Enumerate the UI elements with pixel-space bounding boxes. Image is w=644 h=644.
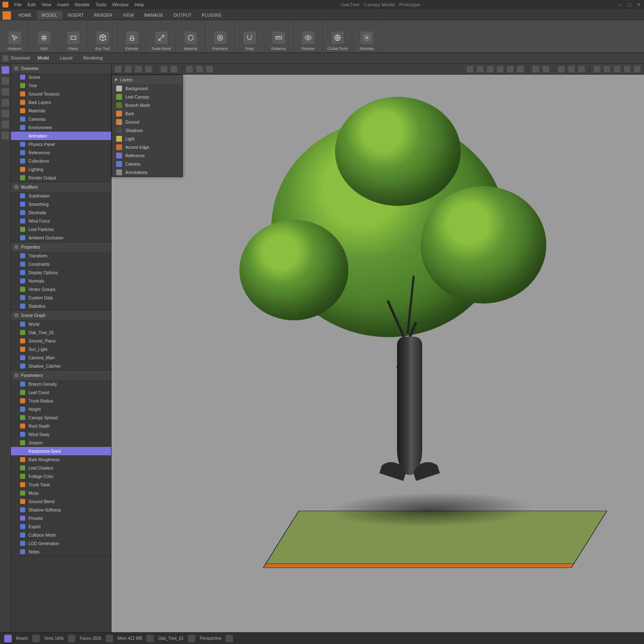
camera-icon[interactable] [532, 66, 539, 73]
panel-item-lod-generation[interactable]: LOD Generation [11, 539, 111, 548]
panel-item-leaf-particles[interactable]: Leaf Particles [11, 225, 111, 234]
vtab-scene-icon[interactable] [2, 66, 9, 74]
zoom-fit-icon[interactable] [558, 66, 565, 73]
vtab-anim-icon[interactable] [2, 121, 9, 128]
rotate-icon[interactable] [135, 66, 142, 73]
ribbon-tab-view[interactable]: VIEW [118, 11, 139, 20]
panel-item-shadow_catcher[interactable]: Shadow_Catcher [11, 362, 111, 370]
panel-item-constraints[interactable]: Constraints [11, 260, 111, 268]
vtab-physics-icon[interactable] [2, 110, 9, 117]
shade-smooth-icon[interactable] [477, 66, 483, 73]
sub-tab-layout[interactable]: Layout [60, 56, 73, 60]
settings-icon[interactable] [604, 66, 610, 73]
ribbon-group-box-tool[interactable]: Box Tool [88, 20, 117, 52]
panel-item-animation[interactable]: Animation [11, 132, 111, 140]
menu-insert[interactable]: Insert [57, 2, 69, 7]
menu-window[interactable]: Window [112, 2, 129, 7]
panel-section-header[interactable]: Scene Graph [11, 311, 111, 320]
ribbon-group-preview[interactable]: Preview [293, 20, 323, 52]
panel-item-ground-blend[interactable]: Ground Blend [11, 497, 111, 506]
panel-item-cameras[interactable]: Cameras [11, 115, 111, 123]
erase-icon[interactable] [171, 66, 177, 73]
vtab-model-icon[interactable] [2, 77, 9, 85]
brush-icon[interactable] [161, 66, 167, 73]
help-icon[interactable] [634, 66, 641, 73]
snap-icon[interactable] [186, 66, 193, 73]
panel-item-render-output[interactable]: Render Output [11, 174, 111, 182]
panel-section-header[interactable]: Overview [11, 64, 111, 73]
panel-item-height[interactable]: Height [11, 405, 111, 413]
material-icon[interactable] [507, 66, 514, 73]
panel-item-tree[interactable]: Tree [11, 81, 111, 90]
ribbon-group-precision[interactable]: Precision [205, 20, 235, 52]
panel-item-collision-mesh[interactable]: Collision Mesh [11, 531, 111, 539]
status-icon[interactable] [32, 635, 40, 642]
shade-flat-icon[interactable] [467, 66, 473, 73]
ribbon-group-grid[interactable]: Grid [29, 20, 59, 52]
panel-item-environment[interactable]: Environment [11, 123, 111, 132]
panel-item-decimate[interactable]: Decimate [11, 208, 111, 217]
panel-item-smoothing[interactable]: Smoothing [11, 200, 111, 208]
sub-tab-rendering[interactable]: Rendering [83, 56, 103, 60]
sub-tab-model[interactable]: Model [38, 56, 49, 60]
panel-item-leaf-count[interactable]: Leaf Count [11, 388, 111, 397]
wire-icon[interactable] [487, 66, 493, 73]
panel-item-subdivision[interactable]: Subdivision [11, 192, 111, 200]
ribbon-group-plane[interactable]: Plane [59, 20, 88, 52]
select-icon[interactable] [115, 66, 122, 73]
panel-item-randomize-seed[interactable]: Randomize Seed [11, 447, 111, 455]
breadcrumb[interactable]: Document [3, 55, 30, 61]
panel-item-statistics[interactable]: Statistics [11, 302, 111, 310]
panel-item-references[interactable]: References [11, 148, 111, 157]
ortho-icon[interactable] [543, 66, 549, 73]
panel-item-ambient-occlusion[interactable]: Ambient Occlusion [11, 234, 111, 242]
panel-item-wind-sway[interactable]: Wind Sway [11, 430, 111, 439]
menu-edit[interactable]: Edit [28, 2, 36, 7]
viewport[interactable]: Layers BackgroundLeaf CanopyBranch MeshB… [112, 64, 644, 632]
ribbon-group-extrude[interactable]: Extrude [117, 20, 147, 52]
panel-section-header[interactable]: Modifiers [11, 182, 111, 192]
panel-item-vertex-groups[interactable]: Vertex Groups [11, 285, 111, 293]
panel-section-header[interactable]: Properties [11, 242, 111, 252]
menu-tools[interactable]: Tools [96, 2, 106, 7]
vtab-settings-icon[interactable] [2, 132, 9, 139]
panel-item-transform[interactable]: Transform [11, 252, 111, 260]
menu-file[interactable]: File [14, 2, 22, 7]
close-icon[interactable]: ✕ [636, 2, 641, 8]
panel-item-collections[interactable]: Collections [11, 157, 111, 165]
ribbon-tab-home[interactable]: HOME [13, 11, 37, 20]
ribbon-tab-model[interactable]: MODEL [37, 11, 63, 20]
panel-item-ground-textures[interactable]: Ground Textures [11, 90, 111, 98]
panel-item-leaf-clusters[interactable]: Leaf Clusters [11, 464, 111, 472]
status-icon[interactable] [188, 635, 195, 642]
move-icon[interactable] [125, 66, 132, 73]
ribbon-group-snap[interactable]: Snap [235, 20, 264, 52]
zoom-in-icon[interactable] [568, 66, 575, 73]
panel-item-presets[interactable]: Presets [11, 514, 111, 522]
scale-icon[interactable] [145, 66, 152, 73]
ribbon-group-global-tools[interactable]: Global Tools [323, 20, 352, 52]
vtab-render-icon[interactable] [2, 99, 9, 106]
record-icon[interactable] [624, 66, 631, 73]
panel-item-sun_light[interactable]: Sun_Light [11, 345, 111, 353]
grid-icon[interactable] [196, 66, 203, 73]
ribbon-tab-insert[interactable]: INSERT [62, 11, 89, 20]
status-icon[interactable] [4, 635, 12, 642]
menu-help[interactable]: Help [135, 2, 144, 7]
ribbon-tab-plugins[interactable]: PLUGINS [197, 11, 226, 20]
panel-item-notes[interactable]: Notes [11, 548, 111, 556]
panel-item-bark-roughness[interactable]: Bark Roughness [11, 455, 111, 464]
panel-item-normals[interactable]: Normals [11, 277, 111, 285]
panel-section-header[interactable]: Parameters [11, 371, 111, 380]
panel-item-materials[interactable]: Materials [11, 106, 111, 115]
panel-item-season[interactable]: Season [11, 439, 111, 447]
panel-item-wind-force[interactable]: Wind Force [11, 217, 111, 225]
panel-item-trunk-radius[interactable]: Trunk Radius [11, 397, 111, 405]
panel-item-oak_tree_01[interactable]: Oak_Tree_01 [11, 328, 111, 337]
ribbon-group-viewport[interactable]: Viewport [0, 20, 29, 52]
panel-item-shadow-softness[interactable]: Shadow Softness [11, 506, 111, 514]
panel-item-canopy-spread[interactable]: Canopy Spread [11, 413, 111, 422]
panel-item-camera_main[interactable]: Camera_Main [11, 353, 111, 362]
menu-render[interactable]: Render [75, 2, 90, 7]
panel-item-custom-data[interactable]: Custom Data [11, 293, 111, 302]
